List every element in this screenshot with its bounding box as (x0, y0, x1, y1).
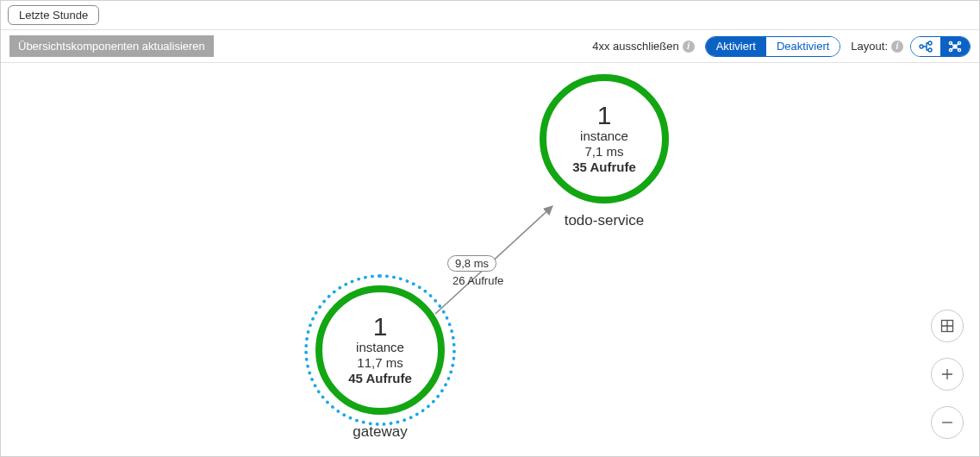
toolbar: Übersichtskomponenten aktualisieren 4xx … (1, 30, 979, 63)
node-instance-label: instance (356, 340, 404, 355)
zoom-controls (931, 310, 964, 439)
node-latency: 7,1 ms (584, 144, 623, 160)
node-gateway[interactable]: 1 instance 11,7 ms 45 Aufrufe gateway (315, 285, 445, 441)
info-icon[interactable]: i (683, 41, 695, 53)
edge-latency-pill: 9,8 ms (447, 255, 496, 272)
time-range-button[interactable]: Letzte Stunde (8, 5, 99, 25)
zoom-out-button[interactable] (931, 406, 964, 439)
node-instance-count: 1 (597, 103, 612, 128)
app-map-frame: Letzte Stunde Übersichtskomponenten aktu… (0, 0, 980, 457)
exclude-4xx-text: 4xx ausschließen (592, 40, 678, 53)
node-name: todo-service (540, 212, 669, 229)
fit-icon (940, 319, 954, 333)
map-canvas[interactable]: 9,8 ms 26 Aufrufe 1 instance 7,1 ms 35 A… (1, 64, 979, 456)
node-instance-label: instance (580, 128, 628, 144)
plus-icon (940, 367, 954, 381)
node-name: gateway (315, 423, 445, 441)
refresh-components-button[interactable]: Übersichtskomponenten aktualisieren (9, 35, 214, 57)
node-calls: 35 Aufrufe (572, 160, 636, 175)
layout-label: Layout: i (851, 40, 903, 53)
node-calls: 45 Aufrufe (348, 371, 412, 386)
exclude-4xx-toggle[interactable]: Aktiviert Deaktiviert (705, 36, 841, 57)
toggle-deactivated[interactable]: Deaktiviert (766, 37, 840, 56)
minus-icon (940, 416, 954, 429)
edge-calls-label: 26 Aufrufe (453, 274, 503, 287)
info-icon[interactable]: i (891, 41, 903, 53)
node-latency: 11,7 ms (357, 355, 403, 371)
node-todo-service[interactable]: 1 instance 7,1 ms 35 Aufrufe todo-servic… (540, 74, 669, 229)
svg-point-0 (920, 45, 923, 48)
topbar: Letzte Stunde (1, 1, 979, 30)
svg-point-2 (928, 48, 932, 52)
hierarchy-icon (919, 41, 933, 53)
fit-to-screen-button[interactable] (931, 310, 964, 342)
zoom-in-button[interactable] (931, 358, 964, 391)
network-icon (948, 41, 962, 53)
exclude-4xx-label: 4xx ausschließen i (592, 40, 694, 53)
node-instance-count: 1 (373, 314, 388, 340)
layout-force-option[interactable] (940, 37, 970, 56)
toggle-activated[interactable]: Aktiviert (706, 37, 766, 56)
layout-hierarchy-option[interactable] (911, 37, 940, 56)
layout-toggle[interactable] (910, 36, 971, 57)
svg-point-1 (928, 41, 932, 45)
